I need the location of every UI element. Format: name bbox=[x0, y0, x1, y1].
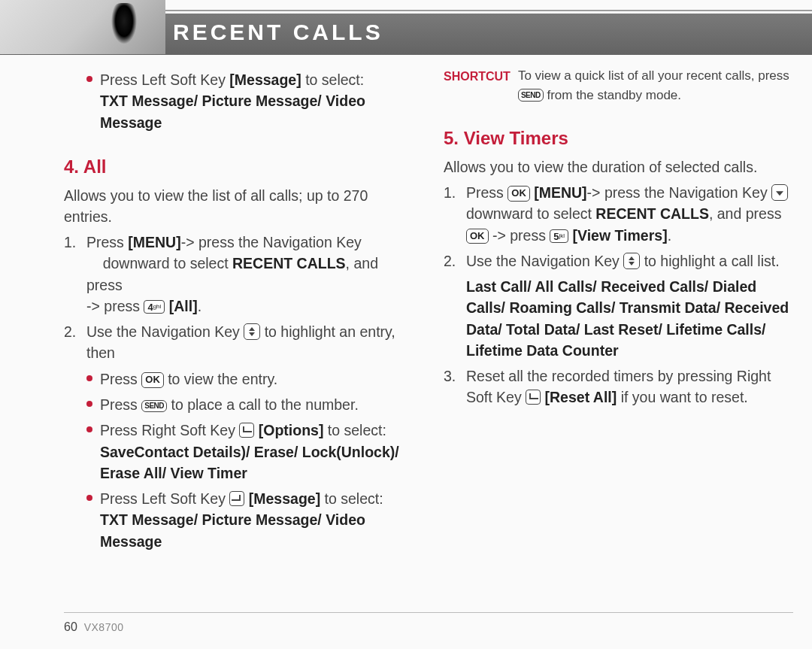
text: to select: bbox=[328, 422, 386, 438]
shortcut-label: SHORTCUT bbox=[444, 66, 511, 85]
text: Press Left Soft Key bbox=[100, 490, 229, 507]
bullet-dot-icon bbox=[86, 375, 92, 381]
sec4-sub1: Press OK to view the entry. bbox=[64, 368, 414, 390]
text: to select: bbox=[325, 490, 383, 507]
content-columns: Press Left Soft Key [Message] to select:… bbox=[64, 66, 793, 608]
bullet-dot-icon bbox=[86, 76, 92, 82]
text: Press bbox=[100, 396, 141, 413]
text: from the standby mode. bbox=[547, 88, 681, 102]
text: -> press the Navigation Key bbox=[181, 234, 362, 250]
text: Press Right Soft Key bbox=[100, 422, 239, 438]
section-4-heading: 4. All bbox=[64, 154, 414, 180]
text: if you want to reset. bbox=[621, 389, 748, 405]
send-key-icon: SEND bbox=[518, 89, 544, 102]
text: Use the Navigation Key bbox=[466, 253, 623, 269]
sec4-sub2: Press SEND to place a call to the number… bbox=[64, 394, 414, 415]
bracket-message: [Message] bbox=[249, 490, 320, 507]
text: to view the entry. bbox=[168, 371, 277, 387]
text-bold: Last Call/ All Calls/ Received Calls/ Di… bbox=[466, 278, 789, 359]
bullet-left-soft-msg: Press Left Soft Key [Message] to select:… bbox=[64, 69, 414, 133]
sec5-step1: 1. Press OK [MENU]-> press the Navigatio… bbox=[444, 182, 793, 246]
footer-rule bbox=[64, 612, 793, 613]
text: , and press bbox=[709, 205, 781, 222]
sec4-step2: 2. Use the Navigation Key to highlight a… bbox=[64, 321, 414, 364]
bracket-options: [Options] bbox=[259, 422, 324, 438]
bracket-menu: [MENU] bbox=[128, 234, 180, 250]
bracket-all: [All] bbox=[169, 298, 198, 314]
bracket-view-timers: [View Timers] bbox=[573, 227, 668, 244]
text: to place a call to the number. bbox=[171, 396, 358, 413]
sec4-sub4: Press Left Soft Key [Message] to select:… bbox=[64, 488, 414, 552]
header-photo bbox=[0, 0, 165, 54]
text-bold: TXT Message/ Picture Message/ Video Mess… bbox=[100, 511, 365, 549]
text: downward to select bbox=[103, 255, 232, 271]
text: Press bbox=[86, 234, 128, 250]
nav-down-icon bbox=[771, 184, 788, 201]
left-column: Press Left Soft Key [Message] to select:… bbox=[64, 66, 414, 608]
soft-key-right-icon bbox=[526, 390, 541, 405]
text-bold: SaveContact Details)/ Erase/ Lock(Unlock… bbox=[100, 444, 399, 481]
soft-key-left-icon bbox=[229, 491, 244, 506]
sec4-step1: 1. Press [MENU]-> press the Navigation K… bbox=[64, 232, 414, 317]
text: to highlight a call list. bbox=[644, 253, 780, 269]
bullet-dot-icon bbox=[86, 401, 92, 407]
page-number: 60 bbox=[64, 620, 77, 633]
step-number: 1. bbox=[64, 232, 79, 317]
shortcut-row: SHORTCUT To view a quick list of all you… bbox=[444, 66, 793, 105]
ok-key-icon: OK bbox=[466, 229, 489, 244]
text: Press bbox=[466, 184, 508, 201]
text: . bbox=[668, 227, 671, 244]
text: -> press the Navigation Key bbox=[587, 184, 772, 201]
section-5-intro: Allows you to view the duration of selec… bbox=[444, 156, 793, 177]
sec4-sub3: Press Right Soft Key [Options] to select… bbox=[64, 420, 414, 484]
ok-key-icon: OK bbox=[508, 186, 530, 202]
step-number: 2. bbox=[64, 321, 79, 364]
sec5-step3: 3. Reset all the recorded timers by pres… bbox=[444, 365, 793, 408]
step-number: 1. bbox=[444, 182, 459, 246]
step-number: 3. bbox=[444, 365, 459, 408]
text-bold: RECENT CALLS bbox=[232, 255, 346, 271]
text-bold: TXT Message/ Picture Message/ Video Mess… bbox=[100, 92, 365, 130]
send-key-icon: SEND bbox=[141, 400, 167, 413]
bracket-reset-all: [Reset All] bbox=[545, 389, 617, 405]
step-number: 2. bbox=[444, 250, 459, 361]
model-number: VX8700 bbox=[84, 621, 124, 633]
bullet-dot-icon bbox=[86, 495, 92, 501]
text: -> press bbox=[492, 227, 550, 244]
section-5-heading: 5. View Timers bbox=[444, 126, 793, 152]
nav-key-icon bbox=[623, 253, 640, 269]
bracket-message: [Message] bbox=[229, 71, 301, 88]
text: Press Left Soft Key bbox=[100, 71, 229, 88]
nav-key-icon bbox=[244, 323, 260, 340]
text: Use the Navigation Key bbox=[86, 323, 244, 340]
right-column: SHORTCUT To view a quick list of all you… bbox=[444, 66, 793, 608]
key-4-icon: 4ghi bbox=[144, 300, 165, 314]
bullet-dot-icon bbox=[86, 426, 92, 432]
bracket-menu: [MENU] bbox=[534, 184, 586, 201]
soft-key-right-icon bbox=[239, 423, 254, 438]
page-title: RECENT CALLS bbox=[173, 20, 383, 45]
text: Press bbox=[100, 371, 141, 387]
text: To view a quick list of all your recent … bbox=[518, 68, 789, 83]
manual-page: RECENT CALLS Press Left Soft Key [Messag… bbox=[0, 0, 812, 649]
text: to select: bbox=[305, 71, 364, 88]
footer: 60 VX8700 bbox=[64, 620, 124, 634]
key-5-icon: 5jkl bbox=[550, 229, 568, 243]
text: . bbox=[198, 298, 201, 314]
text-bold: RECENT CALLS bbox=[595, 205, 709, 222]
section-4-intro: Allows you to view the list of all calls… bbox=[64, 185, 414, 228]
ok-key-icon: OK bbox=[141, 372, 164, 388]
sec5-step2: 2. Use the Navigation Key to highlight a… bbox=[444, 250, 793, 361]
text: downward to select bbox=[466, 205, 595, 222]
text: -> press bbox=[86, 298, 144, 314]
